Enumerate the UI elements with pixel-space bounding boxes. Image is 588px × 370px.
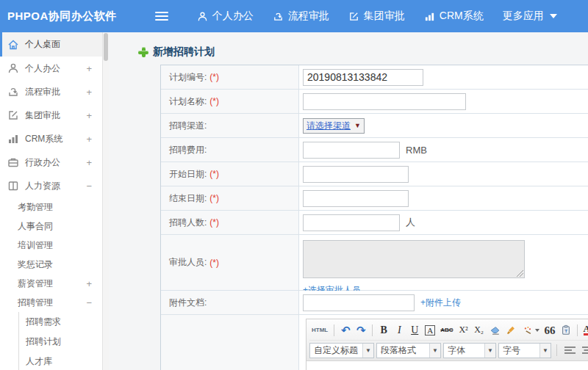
- field-label: 招聘渠道:: [169, 120, 207, 132]
- font-family-select[interactable]: 字体 ▼: [443, 343, 496, 358]
- field-label: 招聘费用:: [169, 144, 207, 156]
- autotypeset-button[interactable]: A: [425, 325, 435, 335]
- form-row-end-date: 结束日期: (*): [161, 186, 588, 211]
- topnav-item-group-approval[interactable]: 集团审批: [339, 0, 415, 32]
- headcount-unit-label: 人: [406, 216, 415, 229]
- recruitment-submenu: 招聘需求 招聘计划 人才库: [18, 312, 102, 370]
- topbar: PHPOA协同办公软件 个人办公 流程审批: [0, 0, 588, 32]
- topnav-item-crm[interactable]: CRM系统: [415, 0, 493, 32]
- caret-down-icon: [550, 14, 557, 18]
- strikethrough-button[interactable]: ABC: [438, 323, 455, 338]
- form-row-start-date: 开始日期: (*): [161, 162, 588, 186]
- person-icon: [7, 62, 19, 74]
- paragraph-format-select[interactable]: 段落格式 ▼: [376, 343, 441, 358]
- attachment-input[interactable]: [303, 294, 415, 311]
- sidebar-item-recruit-demand[interactable]: 招聘需求: [19, 312, 102, 332]
- attachment-upload-link[interactable]: +附件上传: [420, 297, 461, 308]
- expand-plus-icon[interactable]: +: [86, 63, 92, 74]
- subscript-button[interactable]: X₂: [472, 323, 487, 338]
- collapse-minus-icon[interactable]: −: [86, 297, 92, 308]
- sidebar-item-rewards[interactable]: 奖惩记录: [0, 255, 102, 274]
- briefcase-icon: [7, 156, 19, 168]
- end-date-input[interactable]: [303, 190, 409, 207]
- flow-icon: [7, 86, 19, 98]
- sidebar-item-group-approval[interactable]: 集团审批 +: [0, 104, 102, 127]
- fee-unit-label: RMB: [406, 145, 427, 156]
- sidebar-item-talent-pool[interactable]: 人才库: [19, 352, 102, 370]
- topnav-item-workflow-approval[interactable]: 流程审批: [263, 0, 339, 32]
- select-caret-icon: ▼: [354, 122, 361, 129]
- sidebar-item-hr[interactable]: 人力资源 −: [0, 174, 102, 197]
- form-row-attachment: 附件文档: +附件上传: [161, 291, 588, 315]
- dropdown-caret-icon: ▼: [539, 344, 551, 358]
- bold-button[interactable]: B: [376, 323, 391, 338]
- sidebar-item-recruitment[interactable]: 招聘管理 −: [0, 293, 102, 312]
- sidebar-item-salary[interactable]: 薪资管理 +: [0, 274, 102, 293]
- sidebar-item-admin-office[interactable]: 行政办公 +: [0, 150, 102, 174]
- source-code-button[interactable]: HTML: [309, 323, 330, 338]
- hamburger-menu-icon[interactable]: [155, 10, 168, 23]
- format-brush-button[interactable]: [503, 323, 519, 338]
- book-icon: [7, 180, 19, 192]
- dropdown-caret-icon: ▼: [429, 344, 440, 358]
- blockquote-button[interactable]: 66: [542, 323, 558, 338]
- form-row-plan-number: 计划编号: (*): [161, 65, 588, 90]
- expand-plus-icon[interactable]: +: [86, 278, 92, 289]
- sidebar-item-workflow-approval[interactable]: 流程审批 +: [0, 80, 102, 104]
- align-left-button[interactable]: [562, 343, 578, 358]
- paste-text-button[interactable]: T: [559, 323, 573, 338]
- font-color-button[interactable]: A: [581, 323, 588, 338]
- italic-button[interactable]: I: [392, 323, 406, 338]
- headcount-input[interactable]: [303, 214, 400, 231]
- editor-content-area[interactable]: [306, 361, 588, 370]
- sidebar-item-training[interactable]: 培训管理: [0, 236, 102, 255]
- expand-plus-icon[interactable]: +: [86, 157, 92, 168]
- sidebar-item-recruit-plan[interactable]: 招聘计划: [19, 332, 102, 352]
- eraser-button[interactable]: [487, 323, 503, 338]
- sidebar: 个人桌面 个人办公 + 流程审批 +: [0, 32, 103, 370]
- collapse-minus-icon[interactable]: −: [86, 181, 92, 192]
- form-row-plan-name: 计划名称: (*): [161, 90, 588, 114]
- expand-plus-icon[interactable]: +: [86, 134, 92, 145]
- sidebar-item-attendance[interactable]: 考勤管理: [0, 197, 102, 217]
- form-row-approver: 审批人员: (*) +选择审批人员: [161, 235, 588, 291]
- person-icon: [197, 11, 208, 22]
- field-label: 开始日期:: [169, 168, 207, 181]
- plan-number-input[interactable]: [303, 69, 423, 86]
- editor-toolbar-row2: 自定义标题 ▼ 段落格式 ▼ 字体 ▼: [309, 340, 588, 358]
- sidebar-item-hr-contract[interactable]: 人事合同: [0, 217, 102, 236]
- scrollbar-thumb[interactable]: [104, 33, 108, 61]
- plan-name-input[interactable]: [303, 93, 466, 110]
- required-marker: (*): [209, 193, 219, 203]
- field-label: 审批人员:: [169, 256, 207, 269]
- underline-button[interactable]: U: [407, 323, 422, 338]
- dropdown-caret-icon: ▼: [484, 344, 495, 358]
- edit-square-icon: [348, 11, 359, 22]
- start-date-input[interactable]: [303, 166, 409, 183]
- field-label: 结束日期:: [169, 192, 207, 205]
- topnav-item-more-apps[interactable]: 更多应用: [493, 0, 567, 32]
- required-marker: (*): [209, 169, 219, 179]
- recruit-plan-form: 计划编号: (*) 计划名称: (*) 招聘: [160, 65, 588, 370]
- sidebar-item-personal-office[interactable]: 个人办公 +: [0, 57, 102, 80]
- superscript-button[interactable]: X²: [456, 323, 471, 338]
- form-row-headcount: 招聘人数: (*) 人: [161, 211, 588, 235]
- channel-select[interactable]: 请选择渠道 ▼: [303, 118, 365, 134]
- font-size-select[interactable]: 字号 ▼: [498, 343, 551, 358]
- required-marker: (*): [209, 258, 219, 268]
- expand-plus-icon[interactable]: +: [86, 87, 92, 98]
- fee-input[interactable]: [303, 142, 400, 159]
- editor-toolbar-row1: HTML ↶ ↷ B I U A ABC X²: [309, 321, 588, 339]
- topnav-item-personal-office[interactable]: 个人办公: [187, 0, 263, 32]
- align-center-button[interactable]: [580, 343, 588, 358]
- sidebar-item-crm[interactable]: CRM系统 +: [0, 127, 102, 150]
- redo-button[interactable]: ↷: [354, 323, 368, 338]
- approver-textarea[interactable]: [303, 240, 525, 278]
- format-painter-button[interactable]: [520, 323, 542, 338]
- form-row-channel: 招聘渠道: 请选择渠道 ▼: [161, 114, 588, 138]
- sidebar-item-personal-desktop[interactable]: 个人桌面: [0, 32, 102, 57]
- custom-title-select[interactable]: 自定义标题 ▼: [309, 343, 374, 358]
- undo-button[interactable]: ↶: [338, 323, 353, 338]
- sidebar-scrollbar[interactable]: [103, 32, 109, 370]
- expand-plus-icon[interactable]: +: [86, 110, 92, 121]
